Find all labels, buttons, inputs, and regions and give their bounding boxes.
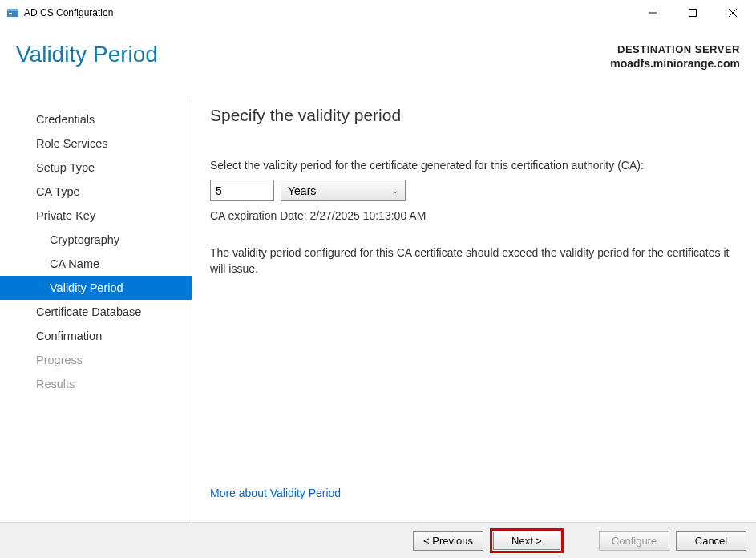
sidebar-item-confirmation[interactable]: Confirmation — [0, 324, 192, 348]
title-bar: AD CS Configuration — [0, 0, 756, 26]
next-button[interactable]: Next > — [493, 532, 560, 550]
instruction-text: Select the validity period for the certi… — [210, 159, 740, 172]
validity-unit-value: Years — [288, 184, 316, 197]
more-about-link[interactable]: More about Validity Period — [210, 487, 740, 499]
header: Validity Period DESTINATION SERVER moadf… — [0, 26, 756, 99]
content-heading: Specify the validity period — [210, 106, 740, 125]
destination-block: DESTINATION SERVER moadfs.miniorange.com — [610, 43, 740, 70]
sidebar-item-credentials[interactable]: Credentials — [0, 107, 192, 131]
sidebar-item-cryptography[interactable]: Cryptography — [0, 228, 192, 252]
body: CredentialsRole ServicesSetup TypeCA Typ… — [0, 99, 756, 522]
sidebar-item-ca-name[interactable]: CA Name — [0, 252, 192, 276]
sidebar-item-ca-type[interactable]: CA Type — [0, 180, 192, 204]
destination-server: moadfs.miniorange.com — [610, 57, 740, 70]
sidebar-item-role-services[interactable]: Role Services — [0, 131, 192, 156]
content-pane: Specify the validity period Select the v… — [192, 99, 756, 522]
sidebar-item-results: Results — [0, 372, 192, 396]
sidebar-item-progress: Progress — [0, 348, 192, 372]
next-button-highlight: Next > — [490, 528, 564, 553]
sidebar: CredentialsRole ServicesSetup TypeCA Typ… — [0, 99, 192, 522]
close-button[interactable] — [714, 2, 751, 24]
sidebar-item-private-key[interactable]: Private Key — [0, 204, 192, 228]
minimize-button[interactable] — [634, 2, 671, 24]
cancel-button[interactable]: Cancel — [676, 531, 746, 551]
validity-value-input[interactable] — [210, 180, 274, 201]
sidebar-item-validity-period[interactable]: Validity Period — [0, 276, 192, 300]
footer: < Previous Next > Configure Cancel — [0, 522, 756, 558]
destination-label: DESTINATION SERVER — [610, 43, 740, 55]
previous-button[interactable]: < Previous — [413, 531, 483, 551]
configure-button[interactable]: Configure — [599, 531, 669, 551]
chevron-down-icon: ⌄ — [392, 186, 398, 195]
svg-rect-1 — [7, 9, 18, 11]
sidebar-item-certificate-database[interactable]: Certificate Database — [0, 300, 192, 324]
svg-rect-2 — [9, 13, 12, 14]
app-icon — [6, 6, 19, 19]
window-controls — [634, 2, 751, 24]
sidebar-item-setup-type[interactable]: Setup Type — [0, 156, 192, 180]
maximize-button[interactable] — [674, 2, 711, 24]
validity-unit-select[interactable]: Years ⌄ — [281, 180, 406, 201]
explanation-text: The validity period configured for this … — [210, 245, 740, 277]
svg-rect-4 — [689, 10, 697, 17]
validity-period-row: Years ⌄ — [210, 180, 740, 201]
window-title: AD CS Configuration — [24, 7, 113, 18]
ca-expiration-text: CA expiration Date: 2/27/2025 10:13:00 A… — [210, 209, 740, 222]
